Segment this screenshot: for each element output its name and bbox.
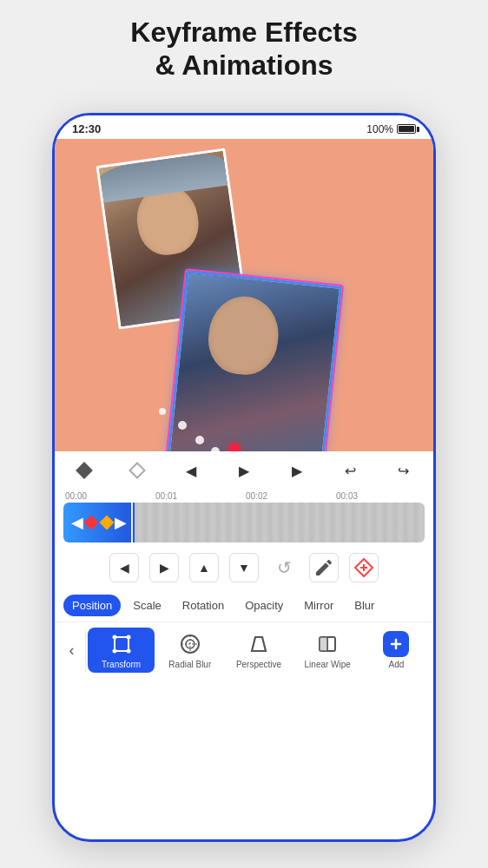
- tool-transform-label: Transform: [102, 660, 141, 669]
- svg-line-11: [262, 637, 266, 651]
- track-diamond-orange: [100, 516, 115, 530]
- diamond-outline-icon: [129, 462, 146, 479]
- step-down-btn[interactable]: ▼: [229, 553, 259, 582]
- svg-point-4: [126, 649, 130, 654]
- property-tabs: Position Scale Rotation Opacity Mirror B…: [55, 589, 433, 621]
- tick-1: 00:01: [154, 491, 244, 501]
- tool-perspective[interactable]: Perspective: [225, 628, 292, 673]
- keyframe-controls: ◀ ▶ ▶ ↩ ↪: [55, 451, 433, 490]
- tool-linear-wipe[interactable]: Linear Wipe: [294, 628, 361, 673]
- timeline-area: 00:00 00:01 00:02 00:03 ◀ ▶: [55, 490, 433, 546]
- tool-radial-blur[interactable]: Radial Blur: [156, 628, 223, 673]
- status-bar: 12:30 100%: [55, 115, 433, 139]
- track-left-arrow: ◀: [71, 513, 83, 532]
- phone-frame: 12:30 100%: [52, 113, 436, 842]
- battery-pct: 100%: [366, 123, 393, 135]
- tab-rotation[interactable]: Rotation: [174, 595, 233, 616]
- svg-line-10: [252, 637, 255, 651]
- step-up-btn[interactable]: ▲: [189, 553, 219, 582]
- transform-icon: [109, 631, 135, 657]
- timeline-cursor: [131, 503, 133, 542]
- battery-icon: [397, 124, 416, 134]
- tab-opacity[interactable]: Opacity: [236, 595, 292, 616]
- undo-btn[interactable]: ↩: [339, 458, 363, 483]
- diamond-add-icon: [353, 557, 374, 578]
- status-right: 100%: [366, 123, 416, 135]
- track-right-arrow: ▶: [115, 513, 127, 532]
- add-keyframe-btn[interactable]: [349, 553, 379, 582]
- tool-radial-blur-label: Radial Blur: [168, 660, 211, 669]
- diamond-outline-btn[interactable]: [125, 458, 149, 483]
- tool-linear-wipe-label: Linear Wipe: [305, 660, 351, 669]
- timeline-track[interactable]: ◀ ▶: [63, 503, 425, 542]
- bottom-toolbar: ‹ Transform: [55, 621, 433, 678]
- svg-point-2: [126, 635, 130, 640]
- page-title: Keyframe Effects & Animations: [0, 16, 488, 82]
- track-selected-segment: ◀ ▶: [63, 503, 135, 542]
- play-btn[interactable]: ▶: [232, 458, 256, 483]
- diamond-filled-btn[interactable]: [72, 458, 96, 483]
- tool-transform[interactable]: Transform: [88, 628, 155, 673]
- redo-btn[interactable]: ↪: [392, 458, 416, 483]
- svg-point-1: [112, 635, 116, 640]
- path-dot-2: [178, 421, 187, 430]
- tick-2: 00:02: [244, 491, 334, 501]
- timeline-ruler: 00:00 00:01 00:02 00:03: [63, 490, 425, 503]
- radial-blur-icon: [177, 631, 203, 657]
- tick-0: 00:00: [63, 491, 154, 501]
- tab-mirror[interactable]: Mirror: [295, 595, 342, 616]
- diamond-filled-icon: [76, 462, 93, 479]
- canvas-area: [55, 139, 433, 451]
- path-dot-4: [211, 447, 220, 451]
- playback-row: ◀ ▶ ▲ ▼ ↺: [55, 546, 433, 589]
- status-time: 12:30: [72, 122, 101, 135]
- svg-rect-14: [320, 637, 327, 651]
- track-diamond-red: [84, 516, 99, 530]
- tick-3: 00:03: [334, 491, 425, 501]
- tool-add[interactable]: Add: [363, 628, 430, 673]
- pencil-icon: [313, 557, 334, 578]
- play-pause-btn[interactable]: ▶: [149, 553, 179, 582]
- tab-blur[interactable]: Blur: [346, 595, 383, 616]
- linear-wipe-icon: [314, 631, 340, 657]
- path-dot-3: [195, 436, 204, 444]
- back-btn[interactable]: ‹: [58, 628, 86, 672]
- path-dot-red: [228, 443, 241, 451]
- tab-position[interactable]: Position: [63, 595, 121, 616]
- tab-scale[interactable]: Scale: [124, 595, 170, 616]
- edit-keyframe-btn[interactable]: [309, 553, 339, 582]
- track-rest-segment: [135, 503, 425, 542]
- tool-add-label: Add: [389, 660, 405, 669]
- step-back-btn[interactable]: ◀: [109, 553, 139, 582]
- motion-path: [142, 399, 315, 451]
- path-dot-1: [159, 408, 166, 415]
- prev-frame-btn[interactable]: ◀: [179, 458, 203, 483]
- svg-rect-0: [115, 637, 129, 651]
- svg-point-3: [112, 649, 116, 654]
- tool-perspective-label: Perspective: [236, 660, 281, 669]
- next-frame-btn[interactable]: ▶: [285, 458, 309, 483]
- undo2-btn[interactable]: ↺: [269, 553, 299, 582]
- add-icon: [383, 631, 409, 657]
- perspective-icon: [246, 631, 272, 657]
